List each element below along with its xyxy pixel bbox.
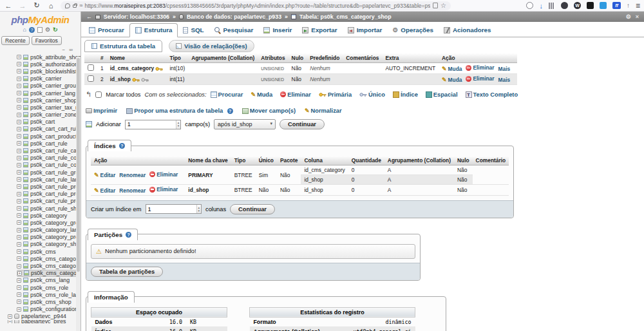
- expand-icon[interactable]: +: [17, 62, 21, 66]
- tree-item-table[interactable]: + ps0k_cart_rule_lang: [17, 176, 80, 183]
- expand-icon[interactable]: +: [17, 228, 21, 232]
- reload-icon[interactable]: ↻: [32, 1, 41, 10]
- tree-item-table[interactable]: + ps0k_cms_role: [17, 284, 80, 291]
- tab-pesquisar[interactable]: Pesquisar: [209, 24, 259, 37]
- tree-item-table[interactable]: + ps0k_carrier_lang: [17, 90, 80, 97]
- expand-icon[interactable]: +: [17, 307, 21, 312]
- expand-icon[interactable]: +: [17, 77, 21, 81]
- phpmyadmin-logo[interactable]: phpMyAdmin: [0, 12, 80, 25]
- collapse-all-icon[interactable]: −: [62, 47, 65, 53]
- expand-icon[interactable]: +: [17, 220, 21, 225]
- tree-item-table[interactable]: + ps0k_cms_category_shop: [17, 270, 80, 277]
- tree-item-table[interactable]: + ps0k_cart_rule_carrier: [17, 147, 80, 154]
- expand-icon[interactable]: +: [17, 156, 21, 160]
- number-stepper[interactable]: ▴▾: [196, 205, 202, 213]
- expand-icon[interactable]: +: [17, 256, 21, 261]
- tree-item-table[interactable]: + ps0k_category_group: [17, 219, 80, 226]
- tab-acionadores[interactable]: Acionadores: [439, 24, 496, 37]
- expand-icon[interactable]: +: [17, 184, 21, 189]
- check-all-checkbox[interactable]: [95, 91, 102, 98]
- tree-item-database[interactable]: + papelartevc_p944: [8, 313, 80, 320]
- forward-icon[interactable]: →: [18, 2, 27, 10]
- recent-tables-button[interactable]: Recente: [1, 36, 30, 45]
- help-icon[interactable]: ?: [227, 108, 233, 114]
- more-link[interactable]: Mais: [498, 77, 511, 83]
- tree-item-table[interactable]: + ps0k_cart: [17, 118, 80, 126]
- selected-change-link[interactable]: ✎Muda: [251, 91, 272, 98]
- tab-estrutura[interactable]: Estrutura: [129, 23, 178, 37]
- tree-item-table[interactable]: + ps0k_authorization_role: [17, 61, 80, 68]
- propose-structure-link[interactable]: Propor uma estrutura de tabela ?: [126, 108, 233, 114]
- tab-procurar[interactable]: Procurar: [84, 24, 129, 37]
- pma-refresh-icon[interactable]: ↻: [53, 26, 58, 33]
- extension-icon[interactable]: [561, 2, 568, 9]
- expand-icon[interactable]: +: [17, 149, 21, 153]
- tree-item-table[interactable]: + ps0k_cms_lang: [17, 277, 80, 284]
- expand-icon[interactable]: +: [17, 163, 21, 167]
- tracking-shield-icon[interactable]: [65, 3, 70, 8]
- tree-item-table[interactable]: + ps0k_blockwishlist_statist: [17, 68, 80, 75]
- extension-icon[interactable]: [587, 2, 594, 9]
- expand-icon[interactable]: +: [17, 98, 21, 102]
- help-icon[interactable]: ?: [126, 232, 131, 238]
- row-checkbox[interactable]: [88, 75, 94, 82]
- library-icon[interactable]: [549, 3, 555, 9]
- number-stepper[interactable]: ▴▾: [176, 120, 181, 129]
- bookmark-star-icon[interactable]: ☆: [440, 2, 446, 9]
- tab-exportar[interactable]: Exportar: [297, 24, 342, 37]
- tab-inserir[interactable]: Inserir: [258, 24, 297, 37]
- tree-item-table[interactable]: + ps0k_carrier: [17, 75, 80, 82]
- expand-icon[interactable]: +: [17, 84, 21, 88]
- firefox-account-icon[interactable]: ff: [612, 2, 621, 9]
- expand-icon[interactable]: +: [8, 320, 12, 323]
- expand-icon[interactable]: +: [17, 91, 21, 95]
- breadcrumb-database[interactable]: Banco de dados: papelartevc_p933: [187, 14, 281, 20]
- expand-icon[interactable]: +: [17, 199, 21, 203]
- tree-item-table[interactable]: + ps0k_cart_rule_product_r: [17, 191, 80, 198]
- tree-item-table[interactable]: + ps0k_cms_category_lang: [17, 262, 80, 269]
- check-all-label[interactable]: Marcar todos: [106, 91, 140, 98]
- more-link[interactable]: Mais: [498, 66, 511, 72]
- normalize-link[interactable]: ✎Normalizar: [305, 108, 342, 114]
- unlink-icon[interactable]: ∞: [69, 47, 73, 53]
- downloads-icon[interactable]: ↓: [539, 2, 543, 10]
- expand-icon[interactable]: +: [17, 134, 21, 138]
- expand-icon[interactable]: +: [17, 292, 21, 297]
- subtab-relation-view[interactable]: Visão de relação(ões): [169, 40, 254, 52]
- permissions-icon[interactable]: ≡²: [79, 3, 82, 8]
- add-count-input[interactable]: [126, 120, 176, 129]
- tree-item-database[interactable]: + papelartevc_pires: [8, 320, 80, 323]
- pocket-icon[interactable]: [526, 2, 533, 9]
- console-close-icon[interactable]: ×: [636, 14, 639, 20]
- selected-index-link[interactable]: Índice: [393, 91, 418, 98]
- drop-column-link[interactable]: Eliminar: [466, 75, 494, 82]
- expand-icon[interactable]: +: [17, 249, 21, 254]
- favorite-tables-button[interactable]: Favoritos: [32, 36, 62, 45]
- console-back-icon[interactable]: ←: [86, 14, 92, 20]
- tree-item-table[interactable]: + ps0k_cms_role_lang: [17, 291, 80, 298]
- edit-index-link[interactable]: ✎Editar: [94, 172, 115, 178]
- tree-item-table[interactable]: + ps0k_cart_rule: [17, 140, 80, 147]
- expand-icon[interactable]: +: [17, 120, 21, 124]
- expand-icon[interactable]: +: [17, 192, 21, 196]
- expand-icon[interactable]: +: [17, 235, 21, 240]
- tree-item-table[interactable]: + ps0k_carrier_zone: [17, 111, 80, 118]
- expand-icon[interactable]: +: [17, 177, 21, 182]
- tree-item-table[interactable]: + ps0k_carrier_shop: [17, 97, 80, 104]
- breadcrumb-server[interactable]: Servidor: localhost:3306: [104, 14, 169, 20]
- menu-icon[interactable]: ≡: [636, 1, 640, 10]
- move-columns-link[interactable]: Mover campo(s): [242, 108, 296, 114]
- index-columns-input[interactable]: [146, 205, 196, 213]
- partition-table-button[interactable]: Tabela de partições: [91, 267, 163, 277]
- tree-item-table[interactable]: + ps0k_cart_rule_shop: [17, 205, 80, 212]
- tree-item-table[interactable]: + ps0k_cart_rule_product_r: [17, 198, 80, 205]
- tree-item-table[interactable]: + ps0k_attribute_shop: [17, 53, 80, 61]
- sidebar-scrollbar[interactable]: [76, 57, 80, 331]
- selected-spatial-link[interactable]: Espacial: [426, 91, 458, 98]
- expand-icon[interactable]: +: [17, 242, 21, 247]
- subtab-table-structure[interactable]: Estrutura da tabela: [84, 40, 162, 52]
- tree-item-table[interactable]: + ps0k_category_shop: [17, 241, 80, 248]
- home-icon[interactable]: ⌂: [46, 2, 55, 10]
- tree-item-table[interactable]: + ps0k_cart_rule_country: [17, 162, 80, 169]
- tree-item-table[interactable]: + ps0k_cart_rule_group: [17, 169, 80, 176]
